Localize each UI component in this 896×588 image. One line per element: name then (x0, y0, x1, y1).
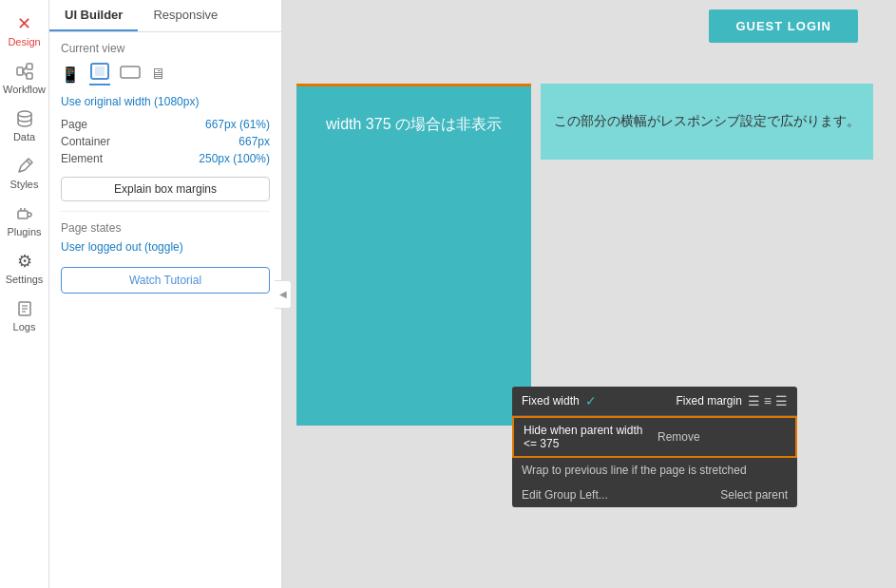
element-info-row: Element 250px (100%) (61, 152, 270, 165)
sidebar-item-settings-label: Settings (6, 274, 44, 285)
sidebar-item-plugins-label: Plugins (7, 226, 41, 237)
select-parent-label[interactable]: Select parent (720, 488, 788, 502)
fixed-margin-label: Fixed margin (676, 394, 741, 408)
page-label: Page (61, 118, 87, 131)
svg-rect-16 (121, 66, 140, 78)
remove-label[interactable]: Remove (658, 430, 786, 444)
align-icons: ☰ ≡ ☰ (748, 393, 788, 408)
sidebar-item-data-label: Data (13, 131, 35, 142)
plugins-icon (14, 203, 35, 224)
collapse-panel-arrow[interactable]: ◀ (275, 280, 292, 309)
edit-group-label[interactable]: Edit Group Left... (522, 488, 608, 502)
sidebar-icons: ✕ Design Workflow Data (0, 0, 49, 588)
page-info-row: Page 667px (61%) (61, 118, 270, 131)
element-value: 250px (100%) (199, 152, 270, 165)
workflow-icon (14, 61, 35, 82)
styles-icon (14, 156, 35, 177)
device-icons-row: 📱 🖥 (61, 63, 270, 85)
sidebar-item-workflow[interactable]: Workflow (2, 55, 48, 101)
tablet-landscape-icon[interactable] (120, 64, 141, 85)
explain-box-margins-button[interactable]: Explain box margins (61, 177, 270, 201)
container-label: Container (61, 135, 110, 148)
panel-content: Current view 📱 🖥 Use original widt (49, 32, 281, 588)
wrap-label: Wrap to previous line if the page is str… (522, 464, 747, 477)
toolbar-row-fixed: Fixed width ✓ Fixed margin ☰ ≡ ☰ (512, 387, 797, 416)
sidebar-item-data[interactable]: Data (2, 103, 48, 148)
toolbar-row-edit: Edit Group Left... Select parent (512, 483, 797, 507)
tab-ui-builder[interactable]: UI Builder (49, 0, 138, 31)
toolbar-row-hide[interactable]: Hide when parent width <= 375 Remove (512, 416, 797, 458)
sidebar-item-logs-label: Logs (13, 321, 36, 332)
user-logged-out-link[interactable]: User logged out (toggle) (61, 240, 270, 254)
align-center-icon[interactable]: ≡ (764, 393, 772, 408)
svg-rect-0 (17, 67, 23, 75)
tab-responsive[interactable]: Responsive (138, 0, 233, 31)
svg-rect-15 (95, 66, 105, 76)
sidebar-item-settings[interactable]: ⚙ Settings (2, 245, 48, 291)
page-value: 667px (61%) (205, 118, 270, 131)
watch-tutorial-button[interactable]: Watch Tutorial (61, 267, 270, 294)
svg-rect-2 (27, 73, 32, 79)
sidebar-item-plugins[interactable]: Plugins (2, 198, 48, 243)
block-responsive: この部分の横幅がレスポンシブ設定で広がります。 (541, 84, 873, 160)
sidebar-item-design[interactable]: ✕ Design (2, 8, 48, 53)
left-panel-wrapper: UI Builder Responsive Current view 📱 (49, 0, 282, 588)
toolbar-row-wrap[interactable]: Wrap to previous line if the page is str… (512, 458, 797, 483)
settings-icon: ⚙ (14, 251, 35, 272)
mobile-icon[interactable]: 📱 (61, 66, 80, 84)
fixed-width-label: Fixed width (522, 394, 580, 408)
sidebar-item-styles-label: Styles (10, 179, 39, 190)
align-left-icon[interactable]: ☰ (748, 393, 760, 408)
svg-line-6 (27, 161, 30, 164)
sidebar-item-design-label: Design (8, 36, 40, 47)
container-info-row: Container 667px (61, 135, 270, 148)
left-panel: UI Builder Responsive Current view 📱 (49, 0, 282, 588)
svg-rect-1 (27, 64, 32, 69)
hide-when-label: Hide when parent width <= 375 (524, 424, 652, 450)
use-original-width-link[interactable]: Use original width (1080px) (61, 95, 270, 108)
logs-icon (14, 298, 35, 319)
element-label: Element (61, 152, 103, 165)
design-icon: ✕ (14, 13, 35, 34)
data-icon (14, 108, 35, 129)
block-375-text: width 375 の場合は非表示 (326, 115, 502, 135)
container-value: 667px (238, 135, 270, 148)
svg-point-5 (18, 111, 31, 117)
fixed-width-check-icon[interactable]: ✓ (585, 393, 597, 408)
divider-1 (61, 211, 270, 212)
tablet-portrait-icon[interactable] (89, 63, 110, 85)
block-width-375: width 375 の場合は非表示 (296, 84, 531, 426)
canvas-background: GUEST LOGIN width 375 の場合は非表示 この部分の横幅がレス… (282, 0, 896, 588)
current-view-label: Current view (61, 42, 270, 55)
sidebar-item-styles[interactable]: Styles (2, 150, 48, 196)
align-right-icon[interactable]: ☰ (775, 393, 788, 408)
sidebar-item-logs[interactable]: Logs (2, 293, 48, 338)
page-states-label: Page states (61, 221, 270, 235)
tab-bar: UI Builder Responsive (49, 0, 281, 32)
block-responsive-text: この部分の横幅がレスポンシブ設定で広がります。 (554, 113, 860, 130)
context-toolbar: Fixed width ✓ Fixed margin ☰ ≡ ☰ Hide wh… (512, 387, 797, 507)
sidebar-item-workflow-label: Workflow (3, 84, 46, 95)
desktop-icon[interactable]: 🖥 (150, 66, 165, 83)
svg-rect-7 (18, 211, 28, 218)
canvas-area: GUEST LOGIN width 375 の場合は非表示 この部分の横幅がレス… (282, 0, 896, 588)
guest-login-button[interactable]: GUEST LOGIN (709, 9, 858, 43)
